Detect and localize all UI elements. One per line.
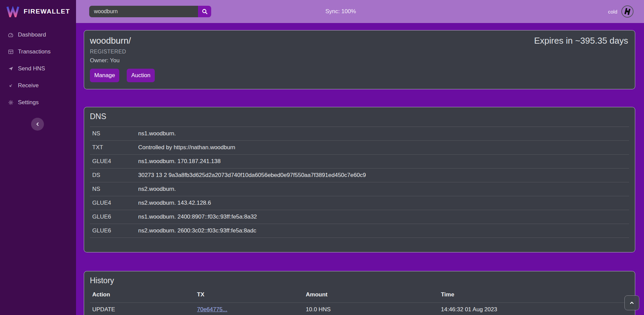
brand-header[interactable]: FIREWALLET <box>0 0 76 23</box>
wallet-name: cold <box>608 9 617 15</box>
history-col-amount: Amount <box>303 287 439 303</box>
wallet-selector[interactable]: cold <box>608 5 644 18</box>
dns-record-value: ns2.woodburn. <box>138 186 176 193</box>
history-col-action: Action <box>90 287 195 303</box>
domain-expiry: Expires in ~395.35 days <box>534 36 628 46</box>
topbar: Sync: 100% cold <box>76 0 644 23</box>
history-header-row: Action TX Amount Time <box>90 287 629 303</box>
search-icon <box>202 8 208 15</box>
domain-status: REGISTERED <box>90 49 628 55</box>
table-icon <box>7 49 14 54</box>
sidebar-item-settings[interactable]: Settings <box>0 94 76 111</box>
sidebar-item-label: Receive <box>18 82 39 89</box>
dns-record-value: ns1.woodburn. 2400:8907::f03c:93ff:fe5a:… <box>138 213 257 220</box>
dashboard-gauge-icon <box>7 32 14 38</box>
dns-record-value: ns2.woodburn. 143.42.128.6 <box>138 200 211 206</box>
sidebar-item-transactions[interactable]: Transactions <box>0 43 76 60</box>
manage-button[interactable]: Manage <box>90 69 119 82</box>
dns-record-value: ns1.woodburn. <box>138 130 176 137</box>
dns-record-type: NS <box>90 130 138 137</box>
dns-record-type: GLUE6 <box>90 213 138 220</box>
sidebar-item-label: Send HNS <box>18 65 45 72</box>
tx-link[interactable]: 70e64775... <box>197 306 227 313</box>
sidebar-item-send-hns[interactable]: Send HNS <box>0 60 76 77</box>
history-action: UPDATE <box>90 303 195 315</box>
dns-record-type: GLUE4 <box>90 200 138 206</box>
main-content: woodburn/ Expires in ~395.35 days REGIST… <box>76 23 644 315</box>
history-amount: 10.0 HNS <box>303 303 439 315</box>
sidebar-item-receive[interactable]: Receive <box>0 77 76 94</box>
dns-record-value: Controlled by https://nathan.woodburn <box>138 144 235 151</box>
dns-record-type: GLUE4 <box>90 158 138 165</box>
chevron-up-icon <box>629 300 635 306</box>
scroll-to-top-button[interactable] <box>624 295 639 310</box>
sidebar-nav: Dashboard Transactions Send HNS Receive … <box>0 26 76 111</box>
domain-name-title: woodburn/ <box>90 36 131 46</box>
brand-name: FIREWALLET <box>24 8 70 15</box>
paper-plane-icon <box>7 66 14 71</box>
dns-card: DNS NS ns1.woodburn. TXT Controlled by h… <box>84 107 635 252</box>
sidebar-collapse-button[interactable] <box>31 118 44 131</box>
sidebar-item-dashboard[interactable]: Dashboard <box>0 26 76 43</box>
dns-record-row: GLUE4 ns1.woodburn. 170.187.241.138 <box>90 155 629 168</box>
domain-owner: Owner: You <box>90 57 628 64</box>
history-table: Action TX Amount Time UPDATE 70e64775...… <box>90 287 629 315</box>
history-col-tx: TX <box>195 287 303 303</box>
sidebar-item-label: Transactions <box>18 48 51 55</box>
dns-record-type: DS <box>90 172 138 179</box>
dns-record-value: ns2.woodburn. 2600:3c02::f03c:93ff:fe5a:… <box>138 227 256 234</box>
dns-record-value: 30273 13 2 9a3a8fb3d625d2a2073d740f10da6… <box>138 172 366 179</box>
dns-record-row: DS 30273 13 2 9a3a8fb3d625d2a2073d740f10… <box>90 168 629 182</box>
dns-record-row: NS ns2.woodburn. <box>90 182 629 196</box>
search-input[interactable] <box>89 6 198 17</box>
dns-record-type: NS <box>90 186 138 193</box>
history-col-time: Time <box>439 287 629 303</box>
dns-record-row: TXT Controlled by https://nathan.woodbur… <box>90 141 629 155</box>
sidebar: FIREWALLET Dashboard Transactions Send H… <box>0 0 76 315</box>
search-button[interactable] <box>198 6 211 17</box>
dns-record-row: GLUE6 ns1.woodburn. 2400:8907::f03c:93ff… <box>90 210 629 224</box>
firewallet-logo-icon <box>6 6 19 17</box>
dns-record-value: ns1.woodburn. 170.187.241.138 <box>138 158 221 165</box>
handshake-logo-icon[interactable] <box>621 5 634 18</box>
search-bar <box>89 6 211 17</box>
history-card: History Action TX Amount Time UPDATE 70e… <box>84 271 635 315</box>
sidebar-item-label: Dashboard <box>18 31 46 38</box>
arrow-down-left-icon <box>7 83 14 88</box>
history-time: 14:46:32 01 Aug 2023 <box>439 303 629 315</box>
sidebar-item-label: Settings <box>18 99 39 106</box>
history-row: UPDATE 70e64775... 10.0 HNS 14:46:32 01 … <box>90 303 629 315</box>
dns-record-type: GLUE6 <box>90 227 138 234</box>
dns-record-row: NS ns1.woodburn. <box>90 127 629 141</box>
dns-record-row: GLUE6 ns2.woodburn. 2600:3c02::f03c:93ff… <box>90 224 629 238</box>
domain-card: woodburn/ Expires in ~395.35 days REGIST… <box>84 30 635 89</box>
history-section-title: History <box>90 276 629 285</box>
chevron-left-icon <box>35 122 40 126</box>
dns-records-table: NS ns1.woodburn. TXT Controlled by https… <box>90 127 629 238</box>
auction-button[interactable]: Auction <box>127 69 155 82</box>
dns-record-row: GLUE4 ns2.woodburn. 143.42.128.6 <box>90 196 629 210</box>
sync-status: Sync: 100% <box>325 8 356 15</box>
gear-icon <box>7 100 14 105</box>
dns-section-title: DNS <box>90 112 629 121</box>
dns-record-type: TXT <box>90 144 138 151</box>
